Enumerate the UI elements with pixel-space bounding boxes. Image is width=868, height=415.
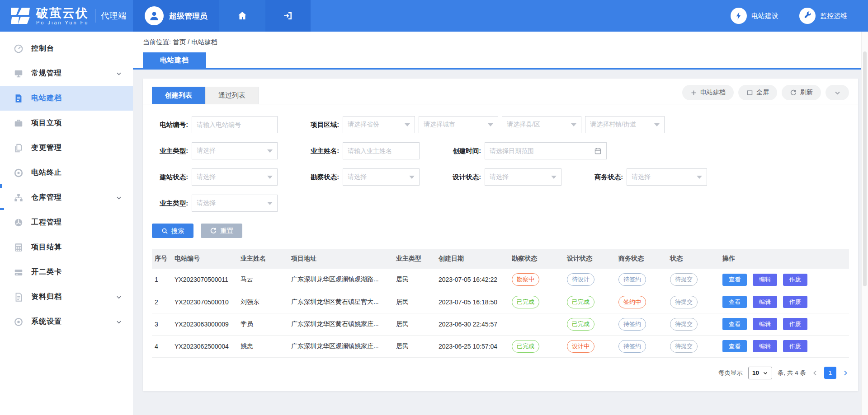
user-menu[interactable]: 超级管理员 bbox=[133, 0, 219, 32]
sidebar-item-project-initiation[interactable]: 项目立项 bbox=[0, 111, 133, 135]
page-number-button[interactable]: 1 bbox=[824, 367, 836, 379]
refresh-button[interactable]: 刷新 bbox=[782, 85, 821, 100]
view-button[interactable]: 查看 bbox=[722, 340, 747, 352]
fullscreen-icon bbox=[746, 89, 753, 96]
owner-type-select[interactable]: 请选择 bbox=[192, 142, 278, 159]
sidebar-item-station-terminate[interactable]: 电站终止 bbox=[0, 160, 133, 185]
plus-icon bbox=[690, 89, 697, 96]
terminate-circle-icon bbox=[14, 168, 24, 178]
design-status-select[interactable]: 请选择 bbox=[485, 168, 561, 186]
caret-down-icon bbox=[267, 202, 273, 205]
nav-station-build[interactable]: 电站建设 bbox=[731, 0, 778, 32]
dashboard-icon bbox=[14, 43, 24, 54]
view-button[interactable]: 查看 bbox=[722, 274, 747, 286]
view-button[interactable]: 查看 bbox=[722, 318, 747, 330]
county-select[interactable]: 请选择县/区 bbox=[502, 116, 581, 133]
caret-down-icon bbox=[654, 123, 660, 126]
sidebar-scroll-mark bbox=[0, 184, 2, 188]
logout-button[interactable] bbox=[265, 0, 311, 32]
home-button[interactable] bbox=[219, 0, 265, 32]
wrench-icon bbox=[799, 8, 816, 24]
station-code-input[interactable] bbox=[192, 116, 278, 133]
caret-down-icon bbox=[267, 149, 273, 153]
status-badge: 已完成 bbox=[567, 296, 594, 308]
monitor-icon bbox=[14, 68, 24, 79]
date-range-input[interactable] bbox=[485, 142, 607, 159]
fullscreen-button[interactable]: 全屏 bbox=[738, 85, 777, 100]
status-badge: 已完成 bbox=[567, 318, 594, 331]
status-badge: 待提交 bbox=[670, 273, 698, 286]
sidebar-item-console[interactable]: 控制台 bbox=[0, 36, 133, 61]
void-button[interactable]: 作废 bbox=[783, 340, 807, 352]
business-status-select[interactable]: 请选择 bbox=[627, 168, 707, 186]
search-button[interactable]: 搜索 bbox=[152, 224, 193, 238]
view-button[interactable]: 查看 bbox=[722, 296, 747, 308]
sidebar-item-general-mgmt[interactable]: 常规管理 bbox=[0, 61, 133, 86]
sidebar-item-system-settings[interactable]: 系统设置 bbox=[0, 309, 133, 334]
sidebar-item-data-archive[interactable]: 资料归档 bbox=[0, 284, 133, 309]
town-select[interactable]: 请选择村镇/街道 bbox=[585, 116, 665, 133]
owner-name-input[interactable] bbox=[343, 142, 420, 159]
calculator-icon bbox=[14, 242, 24, 253]
pagination: 每页显示 10 条, 共 4 条 1 bbox=[143, 367, 849, 379]
home-icon bbox=[237, 10, 248, 21]
edit-button[interactable]: 编辑 bbox=[753, 340, 777, 352]
void-button[interactable]: 作废 bbox=[783, 296, 807, 308]
next-page-button[interactable] bbox=[842, 369, 849, 377]
sidebar-item-project-settlement[interactable]: 项目结算 bbox=[0, 235, 133, 260]
user-name: 超级管理员 bbox=[169, 11, 208, 21]
nav-monitor-ops[interactable]: 监控运维 bbox=[799, 0, 847, 32]
chevron-down-icon bbox=[116, 70, 122, 77]
owner-type-label: 业主类型: bbox=[152, 147, 188, 155]
table-row: 1 YX2023070500011 马云 广东深圳龙华区观澜镇观湖路... 居民… bbox=[152, 269, 849, 291]
build-status-select[interactable]: 请选择 bbox=[192, 168, 278, 186]
design-status-label: 设计状态: bbox=[445, 173, 481, 182]
province-select[interactable]: 请选择省份 bbox=[343, 116, 415, 133]
logout-icon bbox=[283, 10, 293, 21]
city-select[interactable]: 请选择城市 bbox=[419, 116, 498, 133]
status-badge: 待签约 bbox=[618, 318, 646, 331]
avatar bbox=[145, 6, 164, 25]
survey-status-select[interactable]: 请选择 bbox=[343, 168, 420, 186]
list-tabs-bar: 创建列表 通过列表 电站建档 全屏 bbox=[143, 79, 858, 104]
prev-page-button[interactable] bbox=[811, 369, 819, 377]
sidebar-item-change-mgmt[interactable]: 变更管理 bbox=[0, 135, 133, 160]
tab-passed-list[interactable]: 通过列表 bbox=[205, 87, 259, 104]
collapse-toolbar-button[interactable] bbox=[826, 85, 849, 100]
lightning-icon bbox=[731, 8, 747, 24]
briefcase-icon bbox=[14, 118, 24, 129]
station-table: 序号 电站编号 业主姓名 项目地址 业主类型 创建日期 勘察状态 设计状态 商务… bbox=[152, 249, 849, 358]
caret-down-icon bbox=[697, 176, 702, 179]
reset-button[interactable]: 重置 bbox=[201, 224, 242, 238]
void-button[interactable]: 作废 bbox=[783, 274, 807, 286]
chevron-down-icon bbox=[116, 195, 122, 201]
void-button[interactable]: 作废 bbox=[783, 318, 807, 330]
per-page-select[interactable]: 10 bbox=[748, 367, 772, 379]
status-badge: 待提交 bbox=[670, 340, 698, 353]
status-badge: 设计中 bbox=[567, 340, 594, 353]
scrollbar-thumb[interactable] bbox=[863, 51, 867, 286]
brand-divider bbox=[95, 9, 95, 23]
caret-down-icon bbox=[571, 123, 576, 126]
tab-underline bbox=[133, 68, 868, 70]
create-station-button[interactable]: 电站建档 bbox=[682, 85, 734, 100]
status-badge: 待签约 bbox=[618, 273, 646, 286]
sidebar-item-warehouse-mgmt[interactable]: 仓库管理 bbox=[0, 185, 133, 210]
content-card: 创建列表 通过列表 电站建档 全屏 bbox=[143, 79, 858, 391]
calendar-icon bbox=[594, 147, 602, 155]
edit-button[interactable]: 编辑 bbox=[753, 274, 777, 286]
main-content: 当前位置: 首页 / 电站建档 电站建档 创建列表 通过列表 电站建档 bbox=[133, 32, 868, 415]
status-badge: 待提交 bbox=[670, 296, 698, 308]
warehouse-sitemap-icon bbox=[14, 192, 24, 203]
sidebar-item-open-class2-card[interactable]: 开二类卡 bbox=[0, 260, 133, 284]
sidebar-item-station-archive[interactable]: 电站建档 bbox=[0, 86, 133, 111]
page-tab-station-archive[interactable]: 电站建档 bbox=[143, 52, 206, 68]
owner-type2-select[interactable]: 请选择 bbox=[192, 195, 278, 212]
edit-button[interactable]: 编辑 bbox=[753, 318, 777, 330]
portal-label: 代理端 bbox=[101, 10, 127, 21]
vertical-scrollbar[interactable] bbox=[861, 32, 868, 415]
tab-create-list[interactable]: 创建列表 bbox=[152, 87, 205, 104]
sidebar-item-engineering-mgmt[interactable]: 工程管理 bbox=[0, 210, 133, 235]
edit-button[interactable]: 编辑 bbox=[753, 296, 777, 308]
caret-down-icon bbox=[763, 370, 768, 376]
